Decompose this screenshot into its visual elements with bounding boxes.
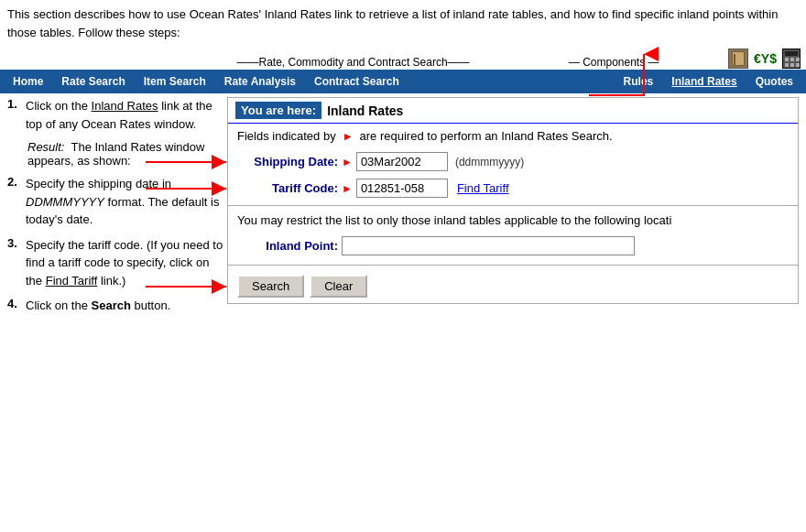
- step4-arrow: [146, 277, 233, 296]
- you-are-here-badge: You are here:: [235, 102, 321, 119]
- step2-arrow: [146, 153, 233, 171]
- book-icon[interactable]: [728, 49, 748, 69]
- required-note: Fields indicated by ► are required to pe…: [228, 124, 798, 148]
- nav-item-rate-analysis[interactable]: Rate Analysis: [215, 71, 305, 92]
- shipping-date-row: Shipping Date: ► (ddmmmyyyy): [228, 148, 798, 175]
- step1-arrow: [589, 49, 699, 100]
- currency-icon[interactable]: €Y$: [754, 51, 777, 66]
- inland-window-title: Inland Rates: [327, 103, 403, 118]
- step1-container: 1. Click on the Inland Rates link at the…: [7, 97, 227, 133]
- calculator-icon[interactable]: [782, 49, 801, 69]
- inland-point-input[interactable]: [342, 236, 635, 255]
- button-row: Search Clear: [228, 269, 798, 303]
- inland-rates-link-text: Inland Rates: [92, 99, 158, 113]
- tariff-code-row: Tariff Code: ► Find Tariff: [228, 175, 798, 201]
- step1-text: Click on the Inland Rates link at the to…: [26, 97, 227, 133]
- step2-number: 2.: [7, 175, 26, 189]
- nav-item-item-search[interactable]: Item Search: [135, 71, 215, 92]
- divider-1: [228, 205, 798, 206]
- description-text: This section describes how to use Ocean …: [7, 7, 778, 39]
- nav-icons: €Y$: [728, 49, 801, 69]
- shipping-date-label: Shipping Date:: [237, 155, 338, 168]
- tariff-code-label: Tariff Code:: [237, 181, 338, 195]
- shipping-date-input[interactable]: [356, 152, 448, 171]
- shipping-date-hint: (ddmmmyyyy): [455, 156, 524, 168]
- page-container: This section describes how to use Ocean …: [0, 0, 806, 326]
- step3-arrow: [146, 179, 233, 198]
- find-tariff-link[interactable]: Find Tariff: [457, 181, 509, 195]
- nav-item-rate-search[interactable]: Rate Search: [52, 71, 134, 92]
- step3-number: 3.: [7, 236, 26, 250]
- tariff-code-required-icon: ►: [342, 182, 353, 195]
- find-tariff-link-text: Find Tariff: [46, 274, 98, 288]
- nav-item-home[interactable]: Home: [4, 71, 52, 92]
- divider-2: [228, 265, 798, 266]
- step4-text: Click on the Search button.: [26, 297, 170, 315]
- step4-container: 4. Click on the Search button.: [7, 297, 227, 315]
- step1-number: 1.: [7, 97, 26, 111]
- restrict-text: You may restrict the list to only those …: [228, 210, 798, 231]
- inland-point-row: Inland Point:: [228, 231, 798, 261]
- search-button[interactable]: Search: [237, 275, 304, 298]
- tariff-code-input[interactable]: [356, 179, 448, 198]
- clear-button[interactable]: Clear: [310, 275, 367, 298]
- nav-item-quotes[interactable]: Quotes: [746, 71, 802, 92]
- inland-window-area: You are here: Inland Rates Fields indica…: [227, 97, 799, 304]
- inland-rates-window: You are here: Inland Rates Fields indica…: [227, 97, 799, 304]
- inland-point-label: Inland Point:: [237, 239, 338, 253]
- top-description: This section describes how to use Ocean …: [0, 0, 806, 47]
- step4-number: 4.: [7, 297, 26, 310]
- you-are-here-bar: You are here: Inland Rates: [228, 98, 798, 124]
- nav-section-label-left: ——Rate, Commodity and Contract Search——: [180, 56, 528, 69]
- required-triangle-icon: ►: [343, 130, 354, 143]
- nav-item-contract-search[interactable]: Contract Search: [305, 71, 408, 92]
- step4-search-bold: Search: [92, 299, 131, 312]
- shipping-date-required-icon: ►: [342, 156, 353, 168]
